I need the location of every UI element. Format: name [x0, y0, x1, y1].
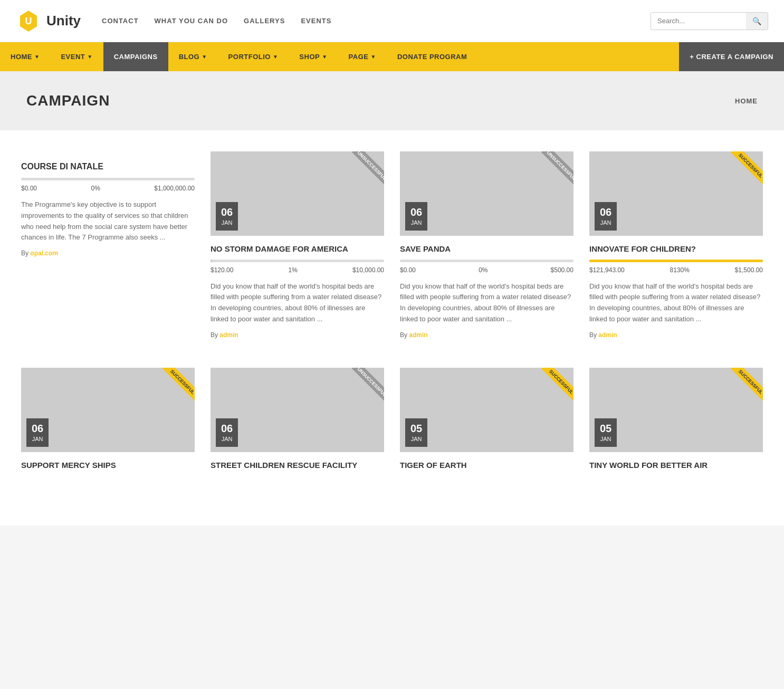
progress-bar-wrap	[211, 260, 384, 262]
card-author: By admin	[589, 331, 763, 339]
card-body: SAVE PANDA $0.00 0% $500.00 Did you know…	[400, 236, 573, 347]
date-badge: 06 Jan	[405, 202, 427, 231]
top-nav-events[interactable]: EVENTS	[301, 17, 331, 25]
search-area: 🔍	[651, 12, 768, 30]
progress-stats: $121,943.00 8130% $1,500.00	[589, 266, 763, 274]
nav-home[interactable]: HOME ▼	[0, 42, 50, 71]
card-body: TIGER OF EARTH	[400, 452, 573, 484]
pct-amount: 1%	[288, 266, 297, 274]
top-navigation: CONTACT WHAT YOU CAN DO GALLERYS EVENTS	[102, 17, 651, 25]
progress-bar-wrap	[21, 178, 195, 180]
date-badge: 06 Jan	[216, 202, 238, 231]
campaign-card-tiny: SUCCESSFUL 05 Jan TINY WORLD FOR BETTER …	[589, 368, 763, 484]
card-body: INNOVATE FOR CHILDREN? $121,943.00 8130%…	[589, 236, 763, 347]
pct-amount: 0%	[479, 266, 487, 274]
nav-portfolio[interactable]: PORTFOLIO ▼	[218, 42, 289, 71]
status-ribbon: UNSUCCESSFUL	[352, 368, 384, 402]
goal-amount: $1,000,000.00	[154, 185, 195, 192]
campaign-card-tiger: SUCCESSFUL 05 Jan TIGER OF EARTH	[400, 368, 573, 484]
top-nav-gallerys[interactable]: GALLERYS	[244, 17, 285, 25]
create-campaign-button[interactable]: + CREATE A CAMPAIGN	[679, 42, 784, 71]
progress-stats: $120.00 1% $10,000.00	[211, 266, 384, 274]
date-badge: 06 Jan	[216, 418, 238, 447]
status-ribbon: SUCCESSFUL	[731, 368, 763, 402]
campaign-card-innovate: SUCCESSFUL 06 Jan INNOVATE FOR CHILDREN?…	[589, 151, 763, 347]
logo-link[interactable]: U Unity	[16, 8, 81, 34]
main-navigation: HOME ▼ EVENT ▼ CAMPAIGNS BLOG ▼ PORTFOLI…	[0, 42, 784, 71]
ribbon-wrap: UNSUCCESSFUL	[342, 151, 384, 194]
ribbon-wrap: UNSUCCESSFUL	[531, 151, 573, 194]
status-ribbon: UNSUCCESSFUL	[352, 151, 384, 186]
date-badge: 06 Jan	[26, 418, 49, 447]
status-ribbon: SUCCESSFUL	[162, 368, 195, 402]
chevron-down-icon: ▼	[273, 54, 278, 60]
author-link[interactable]: admin	[409, 331, 427, 339]
progress-stats: $0.00 0% $500.00	[400, 266, 573, 274]
status-ribbon: UNSUCCESSFUL	[541, 151, 573, 186]
search-input[interactable]	[651, 13, 746, 29]
breadcrumb-area: CAMPAIGN HOME	[0, 71, 784, 130]
chevron-down-icon: ▼	[202, 54, 207, 60]
card-image-street[interactable]: UNSUCCESSFUL 06 Jan	[211, 368, 384, 452]
date-day: 05	[410, 422, 422, 435]
nav-shop[interactable]: SHOP ▼	[289, 42, 338, 71]
card-title: NO STORM DAMAGE FOR AMERICA	[211, 244, 384, 254]
card-title: TIGER OF EARTH	[400, 460, 573, 471]
campaign-grid-row1: COURSE DI NATALE $0.00 0% $1,000,000.00 …	[21, 151, 763, 347]
chevron-down-icon: ▼	[371, 54, 376, 60]
date-month: Jan	[411, 219, 422, 226]
author-link[interactable]: opal.com	[30, 250, 58, 257]
raised-amount: $120.00	[211, 266, 233, 274]
campaign-grid-row2: SUCCESSFUL 06 Jan SUPPORT MERCY SHIPS UN…	[21, 368, 763, 484]
top-bar: U Unity CONTACT WHAT YOU CAN DO GALLERYS…	[0, 0, 784, 42]
top-nav-what[interactable]: WHAT YOU CAN DO	[155, 17, 228, 25]
nav-event[interactable]: EVENT ▼	[50, 42, 103, 71]
date-month: Jan	[222, 219, 233, 226]
card-image-tiny[interactable]: SUCCESSFUL 05 Jan	[589, 368, 763, 452]
ribbon-wrap: SUCCESSFUL	[721, 368, 763, 410]
date-month: Jan	[600, 219, 611, 226]
status-ribbon: SUCCESSFUL	[731, 151, 763, 186]
card-title: INNOVATE FOR CHILDREN?	[589, 244, 763, 254]
card-title: STREET CHILDREN RESCUE FACILITY	[211, 460, 384, 471]
goal-amount: $10,000.00	[352, 266, 384, 274]
progress-bar-fill	[211, 260, 212, 262]
card-title: SUPPORT MERCY SHIPS	[21, 460, 195, 471]
content-area: COURSE DI NATALE $0.00 0% $1,000,000.00 …	[0, 130, 784, 525]
nav-donate[interactable]: DONATE PROGRAM	[387, 42, 477, 71]
date-badge: 06 Jan	[595, 202, 617, 231]
date-month: Jan	[222, 436, 233, 442]
card-image-tiger[interactable]: SUCCESSFUL 05 Jan	[400, 368, 573, 452]
goal-amount: $500.00	[551, 266, 573, 274]
raised-amount: $121,943.00	[589, 266, 625, 274]
date-day: 06	[32, 422, 43, 435]
card-image-children[interactable]: SUCCESSFUL 06 Jan	[589, 151, 763, 236]
date-day: 06	[221, 422, 233, 435]
nav-blog[interactable]: BLOG ▼	[168, 42, 218, 71]
chevron-down-icon: ▼	[34, 54, 40, 60]
card-body: NO STORM DAMAGE FOR AMERICA $120.00 1% $…	[211, 236, 384, 347]
card-author: By admin	[400, 331, 573, 339]
ribbon-wrap: SUCCESSFUL	[721, 151, 763, 194]
date-month: Jan	[32, 436, 43, 442]
breadcrumb-home[interactable]: HOME	[735, 97, 758, 105]
card-image-panda[interactable]: UNSUCCESSFUL 06 Jan	[400, 151, 573, 236]
date-badge: 05 Jan	[405, 418, 427, 447]
card-body: STREET CHILDREN RESCUE FACILITY	[211, 452, 384, 484]
date-day: 06	[221, 205, 233, 219]
top-nav-contact[interactable]: CONTACT	[102, 17, 139, 25]
author-link[interactable]: admin	[598, 331, 617, 339]
nav-page[interactable]: PAGE ▼	[338, 42, 387, 71]
logo-text: Unity	[46, 13, 81, 29]
author-link[interactable]: admin	[219, 331, 238, 339]
nav-campaigns[interactable]: CAMPAIGNS	[103, 42, 168, 71]
card-title: SAVE PANDA	[400, 244, 573, 254]
pct-amount: 0%	[91, 185, 100, 192]
search-button[interactable]: 🔍	[746, 13, 768, 30]
date-day: 05	[600, 422, 611, 435]
card-image-storm[interactable]: UNSUCCESSFUL 06 Jan	[211, 151, 384, 236]
card-image-mercy[interactable]: SUCCESSFUL 06 Jan	[21, 368, 195, 452]
progress-stats: $0.00 0% $1,000,000.00	[21, 185, 195, 192]
card-author: By opal.com	[21, 250, 195, 257]
ribbon-wrap: SUCCESSFUL	[152, 368, 195, 410]
